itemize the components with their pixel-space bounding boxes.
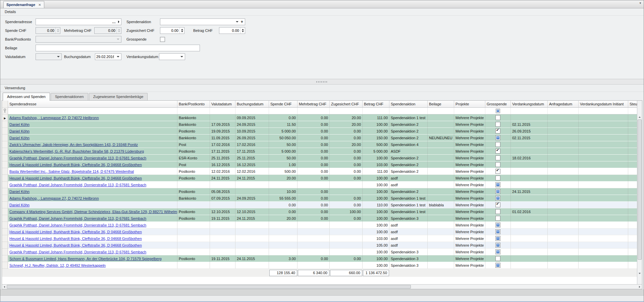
cell-grosspende[interactable] (485, 182, 511, 188)
cell-verdankung[interactable] (511, 229, 548, 235)
cell-mehrbetrag[interactable]: 0.00 (298, 121, 330, 128)
row-indicator[interactable] (2, 168, 8, 175)
cell-verdankung[interactable]: 02.11.2015 (511, 121, 548, 128)
dropdown-arrow-icon[interactable] (180, 56, 183, 57)
cell-verdankung_initiant[interactable] (579, 175, 628, 182)
cell-steuer[interactable] (628, 121, 637, 128)
row-indicator[interactable] (2, 195, 8, 202)
cell-buchung[interactable] (235, 188, 269, 195)
cell-anfrage[interactable] (548, 141, 579, 148)
cell-grosspende[interactable] (485, 114, 511, 121)
cell-verdankung[interactable]: 02.11.2015 (511, 135, 548, 141)
cell-verdankung[interactable] (511, 215, 548, 222)
cell-adresse[interactable]: Kabierschke's Werbemittel, G.-R. Ruf, Bu… (8, 148, 177, 155)
cell-verdankung[interactable] (511, 235, 548, 242)
cell-buchung[interactable]: 09.09.2015 (235, 114, 269, 121)
cell-betrag[interactable]: 105.00 (363, 242, 389, 249)
cell-beilage[interactable] (428, 242, 454, 249)
cell-grosspende[interactable] (485, 155, 511, 161)
cell-projekte[interactable]: Mehrere Projekte (454, 141, 485, 148)
filter-cell-adresse[interactable] (8, 108, 177, 114)
cell-steuer[interactable] (628, 161, 637, 168)
cell-beilage[interactable] (428, 155, 454, 161)
cell-projekte[interactable]: Mehrere Projekte (454, 121, 485, 128)
cell-steuer[interactable] (628, 202, 637, 208)
cell-beilage[interactable] (428, 208, 454, 215)
cell-grosspende[interactable] (485, 161, 511, 168)
spenderadresse-link[interactable]: Zwick's Uhrmacher, Jakob Henniger, An de… (9, 143, 138, 147)
table-row[interactable]: Graphik Potthast, Daniel Johann Frommhol… (2, 182, 637, 188)
cell-anfrage[interactable] (548, 148, 579, 155)
cell-adresse[interactable]: Schorn & Bussmann Limited, Hans Beermann… (8, 255, 177, 262)
cell-anfrage[interactable] (548, 242, 579, 249)
table-row[interactable]: Graphik Potthast, Daniel Johann Frommhol… (2, 249, 637, 255)
cell-steuer[interactable] (628, 175, 637, 182)
cell-steuer[interactable] (628, 182, 637, 188)
cell-verdankung[interactable] (511, 161, 548, 168)
cell-betrag[interactable]: 100.00 (363, 255, 389, 262)
cell-projekte[interactable]: Mehrere Projekte (454, 195, 485, 202)
cell-projekte[interactable]: Mehrere Projekte (454, 229, 485, 235)
cell-verdankung[interactable] (511, 175, 548, 182)
cell-valuta[interactable]: 19.11.2015 (210, 215, 235, 222)
spinner-arrows-icon[interactable] (55, 28, 60, 34)
cell-zugesichert[interactable] (330, 249, 363, 255)
cell-mehrbetrag[interactable] (298, 249, 330, 255)
row-indicator[interactable] (2, 161, 8, 168)
grosspende-checkbox[interactable] (495, 263, 500, 268)
cell-aktion[interactable]: asdf (389, 242, 428, 249)
cell-projekte[interactable]: Mehrere Projekte (454, 128, 485, 135)
cell-verdankung[interactable] (511, 262, 548, 269)
cell-zugesichert[interactable]: 100.00 (330, 208, 363, 215)
cell-projekte[interactable]: Mehrere Projekte (454, 215, 485, 222)
cell-verdankung[interactable]: 01.02.2016 (511, 208, 548, 215)
spenderadresse-link[interactable]: Daniel Köhn (9, 122, 30, 127)
spenderadresse-link[interactable]: Adams Radshop, , Lammgasse 27, D 74072 H… (9, 116, 99, 120)
cell-steuer[interactable] (628, 141, 637, 148)
cell-beilage[interactable] (428, 222, 454, 229)
cell-grosspende[interactable] (485, 148, 511, 155)
open-record-arrow-icon[interactable] (118, 20, 119, 23)
cell-anfrage[interactable] (548, 208, 579, 215)
cell-verdankung[interactable] (511, 222, 548, 229)
row-indicator[interactable] (2, 262, 8, 269)
column-header-verdankung[interactable]: Verdankungsdatum (511, 101, 548, 108)
row-indicator[interactable] (2, 148, 8, 155)
cell-mehrbetrag[interactable]: 0.00 (298, 128, 330, 135)
cell-spende[interactable]: 20.00 (269, 215, 298, 222)
cell-mehrbetrag[interactable] (298, 229, 330, 235)
cell-zugesichert[interactable] (330, 242, 363, 249)
vertical-scrollbar-thumb[interactable] (638, 119, 642, 260)
cell-beilage[interactable] (428, 114, 454, 121)
cell-mehrbetrag[interactable] (298, 262, 330, 269)
cell-beilage[interactable] (428, 182, 454, 188)
cell-mehrbetrag[interactable]: 0.00 (298, 141, 330, 148)
cell-betrag[interactable]: 110.00 (363, 202, 389, 208)
cell-projekte[interactable]: Mehrere Projekte (454, 235, 485, 242)
cell-steuer[interactable] (628, 155, 637, 161)
cell-verdankung_initiant[interactable] (579, 215, 628, 222)
cell-spende[interactable] (269, 182, 298, 188)
cell-mehrbetrag[interactable] (298, 242, 330, 249)
grosspende-checkbox[interactable] (495, 229, 500, 234)
cell-beilage[interactable] (428, 235, 454, 242)
cell-valuta[interactable]: 25.11.2015 (210, 155, 235, 161)
scroll-left-button[interactable] (2, 285, 7, 289)
cell-buchung[interactable]: 17.02.2016 (235, 141, 269, 148)
cell-anfrage[interactable] (548, 114, 579, 121)
cell-grosspende[interactable] (485, 188, 511, 195)
column-header-betrag[interactable]: Betrag CHF (363, 101, 389, 108)
cell-beilage[interactable] (428, 168, 454, 175)
cell-spende[interactable]: 0.00 (269, 114, 298, 121)
grosspende-checkbox[interactable] (495, 243, 500, 248)
filter-cell-projekte[interactable] (454, 108, 485, 114)
cell-anfrage[interactable] (548, 135, 579, 141)
cell-betrag[interactable]: 100.00 (363, 208, 389, 215)
vertical-scrollbar[interactable] (637, 101, 642, 284)
cell-beilage[interactable] (428, 229, 454, 235)
cell-betrag[interactable]: 100.00 (363, 128, 389, 135)
cell-spende[interactable]: 20.00 (269, 175, 298, 182)
table-row[interactable]: Heusel & Hassold Limited, Burkhardt Büin… (2, 161, 637, 168)
cell-grosspende[interactable] (485, 222, 511, 229)
cell-spende[interactable]: 5 000.00 (269, 148, 298, 155)
